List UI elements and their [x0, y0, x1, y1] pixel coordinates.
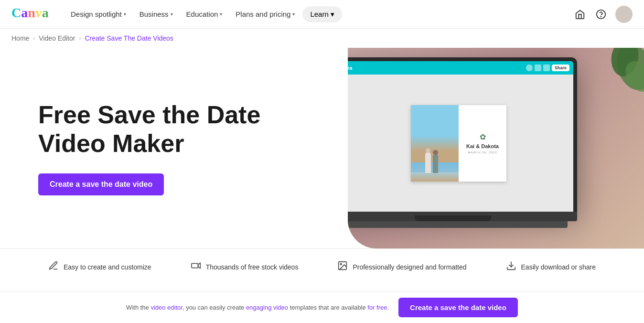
- plans-pricing-label: Plans and pricing: [236, 10, 290, 18]
- nav-design-spotlight[interactable]: Design spotlight ▾: [65, 6, 132, 22]
- canvas-date: MARCH 28, 2020: [468, 151, 497, 154]
- canvas-names: Kai & Dakota: [466, 143, 499, 149]
- chevron-down-icon: ▾: [171, 11, 173, 17]
- feature-designed-label: Professionally designed and formatted: [353, 263, 466, 271]
- breadcrumb-sep-2: ›: [79, 35, 81, 42]
- edit-icon: [48, 260, 59, 273]
- editor-logo: Canva: [348, 65, 352, 71]
- design-spotlight-label: Design spotlight: [71, 10, 122, 18]
- editor-share-button[interactable]: Share: [552, 65, 569, 71]
- editor-body: ✿ Kai & Dakota MARCH 28, 2020: [348, 75, 573, 212]
- download-icon: [506, 260, 516, 273]
- features-bar: Easy to create and customize Thousands o…: [0, 248, 644, 285]
- hero-title: Free Save the Date Video Maker: [38, 101, 277, 158]
- laptop-base: [348, 212, 577, 221]
- business-label: Business: [140, 10, 169, 18]
- nav-education[interactable]: Education ▾: [181, 6, 228, 22]
- feature-create: Easy to create and customize: [48, 260, 151, 273]
- learn-label: Learn: [310, 10, 328, 18]
- nav-business[interactable]: Business ▾: [134, 6, 179, 22]
- breadcrumb: Home › Video Editor › Create Save The Da…: [0, 29, 644, 48]
- canvas-text-side: ✿ Kai & Dakota MARCH 28, 2020: [459, 105, 506, 182]
- chevron-down-icon: ▾: [292, 11, 295, 17]
- navbar: Canva Design spotlight ▾ Business ▾ Educ…: [0, 0, 644, 29]
- breadcrumb-sep-1: ›: [33, 35, 35, 42]
- svg-point-8: [341, 263, 342, 265]
- breadcrumb-home[interactable]: Home: [11, 34, 29, 42]
- laptop-keyboard: [348, 221, 568, 228]
- feature-create-label: Easy to create and customize: [64, 263, 151, 271]
- avatar[interactable]: [615, 6, 633, 23]
- chevron-down-icon: ▾: [124, 11, 126, 17]
- laptop-mockup: Canva Share: [348, 57, 577, 228]
- help-icon[interactable]: [594, 8, 608, 21]
- breadcrumb-current: Create Save The Date Videos: [85, 34, 173, 42]
- hero-cta-button[interactable]: Create a save the date video: [38, 173, 164, 195]
- nav-learn[interactable]: Learn ▾: [302, 6, 342, 22]
- laptop-screen-outer: Canva Share: [348, 57, 577, 212]
- laptop-screen-inner: Canva Share: [348, 61, 573, 212]
- svg-text:Canva: Canva: [11, 5, 49, 20]
- editor-mockup: Canva Share: [348, 61, 573, 212]
- feature-designed: Professionally designed and formatted: [337, 260, 466, 273]
- hero-section: Free Save the Date Video Maker Create a …: [0, 48, 644, 248]
- editor-canvas-area: ✿ Kai & Dakota MARCH 28, 2020: [348, 75, 573, 212]
- hero-image: Canva Share: [348, 48, 644, 248]
- home-icon[interactable]: [573, 8, 587, 21]
- svg-rect-6: [191, 263, 198, 268]
- editor-topbar: Canva Share: [348, 61, 573, 75]
- feature-videos: Thousands of free stock videos: [191, 260, 299, 273]
- feature-download-label: Easily download or share: [521, 263, 596, 271]
- canvas-photo: [411, 105, 459, 182]
- image-icon: [337, 260, 348, 273]
- editor-canvas: ✿ Kai & Dakota MARCH 28, 2020: [411, 105, 506, 182]
- feature-download: Easily download or share: [506, 260, 596, 273]
- chevron-down-icon: ▾: [220, 11, 222, 17]
- canva-logo[interactable]: Canva: [11, 5, 50, 23]
- hero-content: Free Save the Date Video Maker Create a …: [38, 101, 277, 195]
- chevron-down-icon: ▾: [331, 10, 334, 19]
- feature-videos-label: Thousands of free stock videos: [206, 263, 299, 271]
- editor-topbar-right: Share: [526, 65, 569, 71]
- education-label: Education: [186, 10, 218, 18]
- canvas-leaf-icon: ✿: [480, 132, 486, 141]
- breadcrumb-video-editor[interactable]: Video Editor: [39, 34, 75, 42]
- video-icon: [191, 260, 201, 273]
- nav-actions: [573, 6, 633, 23]
- nav-links: Design spotlight ▾ Business ▾ Education …: [65, 6, 573, 22]
- nav-plans-pricing[interactable]: Plans and pricing ▾: [230, 6, 301, 22]
